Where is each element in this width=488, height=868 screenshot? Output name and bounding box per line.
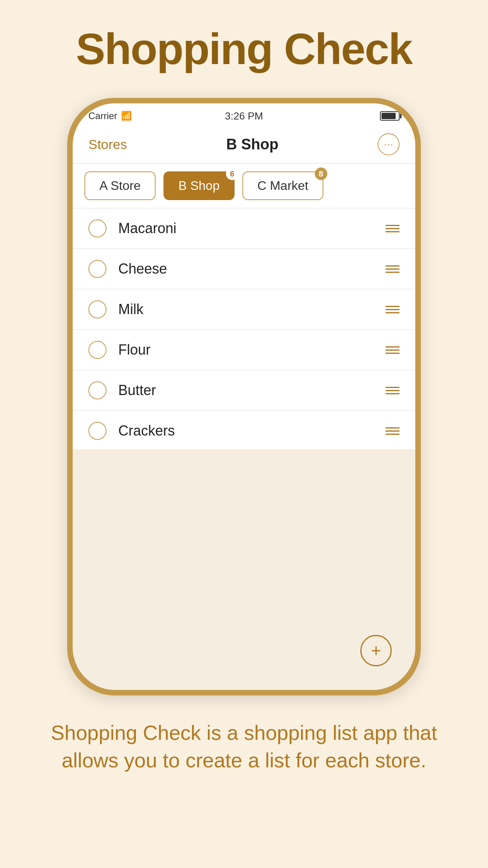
tab-b-shop-label: B Shop xyxy=(178,178,220,193)
status-bar: Carrier 📶 3:26 PM xyxy=(73,103,415,125)
tab-c-market-badge: 8 xyxy=(315,167,327,180)
status-left: Carrier 📶 xyxy=(88,110,132,121)
item-name-crackers: Crackers xyxy=(118,423,385,439)
back-button[interactable]: Stores xyxy=(88,137,127,152)
phone-frame: Carrier 📶 3:26 PM Stores B Shop ··· A St… xyxy=(67,98,421,695)
drag-handle-crackers[interactable] xyxy=(385,427,400,435)
list-item: Butter xyxy=(73,370,415,411)
tab-a-store-label: A Store xyxy=(99,178,141,193)
status-time: 3:26 PM xyxy=(225,110,263,122)
item-name-butter: Butter xyxy=(118,382,385,399)
bottom-area: + xyxy=(73,449,415,690)
more-icon: ··· xyxy=(384,138,393,151)
tab-a-store[interactable]: A Store xyxy=(84,171,156,200)
carrier-label: Carrier xyxy=(88,110,117,121)
item-checkbox-cheese[interactable] xyxy=(88,260,106,278)
list-item: Crackers xyxy=(73,411,415,449)
nav-title: B Shop xyxy=(226,136,279,153)
item-checkbox-macaroni[interactable] xyxy=(88,219,106,237)
drag-handle-milk[interactable] xyxy=(385,306,400,313)
shopping-list: Macaroni Cheese Milk xyxy=(73,208,415,449)
add-item-button[interactable]: + xyxy=(360,635,392,666)
tab-b-shop[interactable]: B Shop 6 xyxy=(163,171,235,200)
wifi-icon: 📶 xyxy=(121,111,132,121)
nav-bar: Stores B Shop ··· xyxy=(73,125,415,164)
battery-fill xyxy=(382,113,396,119)
more-button[interactable]: ··· xyxy=(378,133,400,155)
drag-handle-macaroni[interactable] xyxy=(385,225,400,232)
item-checkbox-crackers[interactable] xyxy=(88,422,106,440)
item-checkbox-butter[interactable] xyxy=(88,381,106,399)
drag-handle-cheese[interactable] xyxy=(385,265,400,273)
drag-handle-butter[interactable] xyxy=(385,387,400,394)
item-name-cheese: Cheese xyxy=(118,261,385,277)
item-name-macaroni: Macaroni xyxy=(118,220,385,237)
drag-handle-flour[interactable] xyxy=(385,346,400,354)
store-tabs: A Store B Shop 6 C Market 8 xyxy=(73,164,415,208)
description-text: Shopping Check is a shopping list app th… xyxy=(0,719,488,774)
battery-icon xyxy=(380,111,400,121)
tab-c-market[interactable]: C Market 8 xyxy=(242,171,323,200)
page-title: Shopping Check xyxy=(76,24,412,74)
item-name-milk: Milk xyxy=(118,301,385,318)
list-item: Macaroni xyxy=(73,208,415,249)
list-item: Milk xyxy=(73,289,415,330)
item-checkbox-flour[interactable] xyxy=(88,341,106,359)
item-checkbox-milk[interactable] xyxy=(88,300,106,318)
list-item: Flour xyxy=(73,330,415,370)
tab-b-shop-badge: 6 xyxy=(226,167,238,180)
item-name-flour: Flour xyxy=(118,342,385,358)
add-icon: + xyxy=(371,641,381,660)
tab-c-market-label: C Market xyxy=(257,178,308,193)
phone-screen: Carrier 📶 3:26 PM Stores B Shop ··· A St… xyxy=(73,103,415,690)
list-item: Cheese xyxy=(73,249,415,289)
